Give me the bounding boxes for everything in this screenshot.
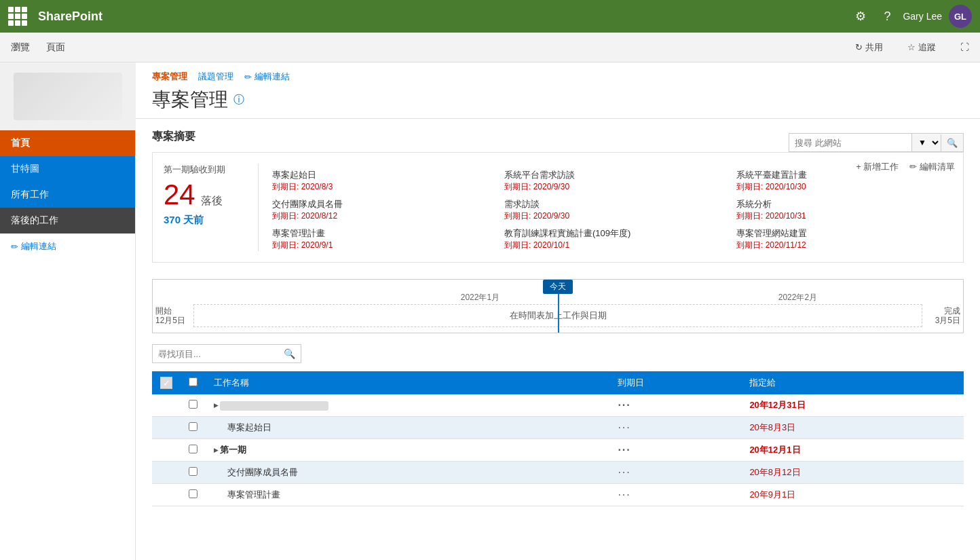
select-all-checkbox[interactable]: ✓ bbox=[160, 377, 172, 389]
edit-list-button[interactable]: ✏ 編輯清單 bbox=[909, 161, 955, 173]
row-menu[interactable]: ··· bbox=[618, 422, 630, 433]
info-icon[interactable]: ⓘ bbox=[233, 93, 244, 107]
month2-label: 2022年2月 bbox=[778, 292, 817, 303]
days-ago: 370 天前 bbox=[164, 214, 244, 227]
table-row: 專案起始日 ··· 20年8月3日 bbox=[152, 417, 964, 439]
row-task-name: 專案起始日 bbox=[206, 417, 609, 439]
breadcrumb-issue-mgmt[interactable]: 議題管理 bbox=[198, 71, 233, 83]
period-label: 第一期驗收到期 bbox=[164, 164, 244, 176]
row-check-cell bbox=[152, 394, 181, 417]
task-item-5: 系統分析 到期日: 2020/10/31 bbox=[736, 198, 952, 222]
sidebar: 首頁 甘特圖 所有工作 落後的工作 ✏ 編輯連結 bbox=[0, 62, 136, 560]
today-badge-wrapper: 今天 bbox=[543, 280, 573, 294]
pencil-icon-breadcrumb: ✏ bbox=[244, 72, 252, 82]
row-checkbox-cell bbox=[181, 462, 206, 484]
row-checkbox[interactable] bbox=[189, 489, 197, 498]
row-dots: ··· bbox=[609, 462, 741, 484]
nav-page[interactable]: 頁面 bbox=[46, 39, 65, 56]
help-icon[interactable]: ? bbox=[884, 10, 890, 24]
search-button[interactable]: 🔍 bbox=[941, 134, 963, 151]
table-row: 專案管理計畫 ··· 20年9月1日 bbox=[152, 484, 964, 506]
follow-button[interactable]: ☆ 追蹤 bbox=[907, 41, 936, 54]
row-menu[interactable]: ··· bbox=[618, 466, 630, 478]
waffle-icon[interactable] bbox=[8, 7, 27, 26]
row-checkbox-cell bbox=[181, 394, 206, 417]
task-item-8: 專案管理網站建置 到期日: 2020/11/12 bbox=[736, 227, 952, 251]
month1-label: 2022年1月 bbox=[461, 292, 500, 303]
table-search-input[interactable] bbox=[153, 346, 278, 362]
search-input[interactable] bbox=[789, 134, 911, 151]
row-menu[interactable]: ··· bbox=[618, 489, 630, 500]
behind-label: 落後 bbox=[201, 194, 223, 208]
share-button[interactable]: ↻ 共用 bbox=[855, 41, 883, 54]
main-layout: 首頁 甘特圖 所有工作 落後的工作 ✏ 編輯連結 專案管理 議題管理 ✏ 編輯連… bbox=[0, 62, 980, 560]
search-container: ▼ 🔍 bbox=[789, 133, 964, 152]
search-scope-select[interactable]: ▼ bbox=[911, 134, 941, 151]
tasks-grid: 專案起始日 到期日: 2020/8/3 系統平台需求訪談 到期日: 2020/9… bbox=[272, 169, 952, 251]
share-icon: ↻ bbox=[855, 42, 863, 52]
row-checkbox[interactable] bbox=[189, 400, 197, 409]
table-section: 🔍 ✓ 工作名稱 到期日 指定給 bbox=[136, 333, 980, 517]
table-row: 交付團隊成員名冊 ··· 20年8月12日 bbox=[152, 462, 964, 484]
nav-browse[interactable]: 瀏覽 bbox=[11, 39, 30, 56]
row-checkbox-cell bbox=[181, 484, 206, 506]
table-row: ▸ ··· 20年12月31日 bbox=[152, 394, 964, 417]
row-checkbox-cell bbox=[181, 417, 206, 439]
page-title: 專案管理 bbox=[152, 87, 228, 113]
table-search-button[interactable]: 🔍 bbox=[278, 345, 301, 362]
page-header: 專案管理 議題管理 ✏ 編輯連結 ▼ 🔍 專案管理 ⓘ bbox=[136, 62, 980, 119]
avatar[interactable]: GL bbox=[949, 5, 972, 28]
breadcrumb: 專案管理 議題管理 ✏ 編輯連結 ▼ 🔍 bbox=[152, 71, 964, 83]
row-checkbox[interactable] bbox=[189, 467, 197, 476]
row-dots: ··· bbox=[609, 417, 741, 439]
behind-number: 24 bbox=[164, 179, 195, 211]
breadcrumb-edit-link[interactable]: ✏ 編輯連結 bbox=[244, 71, 290, 83]
blurred-name bbox=[220, 401, 328, 411]
end-date: 3月5日 bbox=[935, 315, 960, 326]
row-dots: ··· bbox=[609, 439, 741, 462]
logo-image bbox=[14, 73, 122, 120]
settings-icon[interactable]: ⚙ bbox=[855, 9, 866, 24]
breadcrumb-project-mgmt[interactable]: 專案管理 bbox=[152, 71, 187, 83]
sidebar-edit-link[interactable]: ✏ 編輯連結 bbox=[0, 234, 135, 259]
expand-icon: ▸ bbox=[214, 445, 220, 455]
col-task-name: 工作名稱 bbox=[206, 371, 609, 394]
start-date: 12月5日 bbox=[155, 315, 185, 326]
row-date: 20年12月1日 bbox=[741, 439, 964, 462]
new-task-button[interactable]: + 新增工作 bbox=[856, 161, 899, 173]
row-task-name: ▸ bbox=[206, 394, 609, 417]
expand-icon: ⛶ bbox=[960, 42, 969, 52]
row-dots: ··· bbox=[609, 394, 741, 417]
summary-right: + 新增工作 ✏ 編輯清單 專案起始日 到期日: 2020/8/3 系統平台需求… bbox=[259, 164, 952, 251]
row-checkbox[interactable] bbox=[189, 422, 197, 431]
task-item-7: 教育訓練課程實施計畫(109年度) 到期日: 2020/10/1 bbox=[504, 227, 720, 251]
row-menu[interactable]: ··· bbox=[618, 444, 630, 455]
task-item-4: 需求訪談 到期日: 2020/9/30 bbox=[504, 198, 720, 222]
sidebar-item-all-tasks[interactable]: 所有工作 bbox=[0, 182, 135, 208]
gantt-chart: 今天 2022年1月 2022年2月 開始 完成 12月5日 3月5日 在時間表… bbox=[152, 279, 964, 333]
header-checkbox[interactable] bbox=[189, 377, 197, 386]
pencil-icon: ✏ bbox=[11, 242, 18, 252]
col-check-all[interactable]: ✓ bbox=[152, 371, 181, 394]
col-checkbox bbox=[181, 371, 206, 394]
table-search-box: 🔍 bbox=[152, 344, 301, 363]
star-icon: ☆ bbox=[907, 42, 916, 52]
row-check-cell bbox=[152, 417, 181, 439]
sidebar-item-gantt[interactable]: 甘特圖 bbox=[0, 156, 135, 182]
row-check-cell bbox=[152, 462, 181, 484]
top-navigation: SharePoint ⚙ ? Gary Lee GL bbox=[0, 0, 980, 33]
page-title-row: 專案管理 ⓘ bbox=[152, 87, 964, 113]
user-name: Gary Lee bbox=[903, 11, 942, 22]
fullscreen-button[interactable]: ⛶ bbox=[960, 42, 969, 52]
row-checkbox[interactable] bbox=[189, 445, 197, 453]
row-date: 20年8月12日 bbox=[741, 462, 964, 484]
sidebar-item-late-tasks[interactable]: 落後的工作 bbox=[0, 208, 135, 234]
sidebar-item-home[interactable]: 首頁 bbox=[0, 130, 135, 156]
content-area: 專案管理 議題管理 ✏ 編輯連結 ▼ 🔍 專案管理 ⓘ bbox=[136, 62, 980, 560]
table-body: ▸ ··· 20年12月31日 專案起始日 ··· 20年8月3日 bbox=[152, 394, 964, 506]
row-check-cell bbox=[152, 439, 181, 462]
summary-actions: + 新增工作 ✏ 編輯清單 bbox=[856, 161, 955, 173]
row-menu[interactable]: ··· bbox=[618, 399, 630, 411]
app-name: SharePoint bbox=[38, 10, 102, 24]
secondary-navigation: 瀏覽 頁面 ↻ 共用 ☆ 追蹤 ⛶ bbox=[0, 33, 980, 62]
